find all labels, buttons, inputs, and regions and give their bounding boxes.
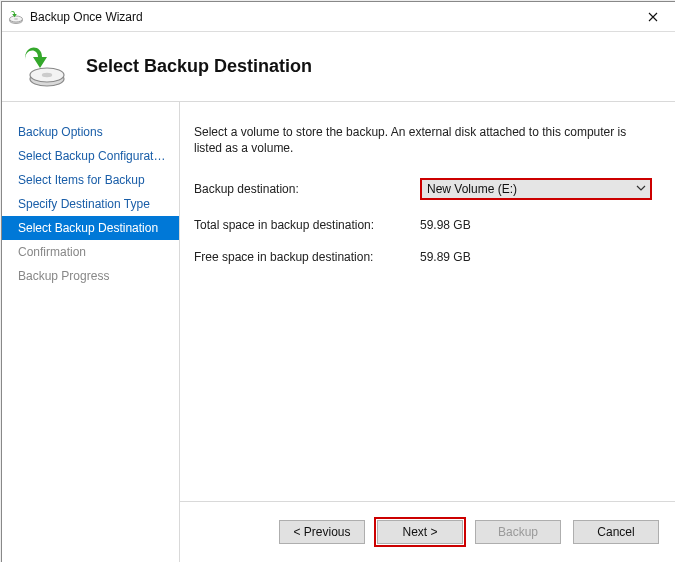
close-button[interactable] xyxy=(630,2,675,32)
svg-point-5 xyxy=(42,72,52,76)
wizard-steps-sidebar: Backup Options Select Backup Configurat…… xyxy=(2,102,180,562)
window-title: Backup Once Wizard xyxy=(30,10,143,24)
page-title: Select Backup Destination xyxy=(86,56,312,77)
wizard-header: Select Backup Destination xyxy=(2,32,675,102)
titlebar: Backup Once Wizard xyxy=(2,2,675,32)
sidebar-item-select-backup-destination[interactable]: Select Backup Destination xyxy=(2,216,179,240)
app-icon xyxy=(8,9,24,25)
wizard-footer: < Previous Next > Backup Cancel xyxy=(180,501,675,562)
sidebar-item-select-backup-configuration[interactable]: Select Backup Configurat… xyxy=(2,144,179,168)
free-space-label: Free space in backup destination: xyxy=(194,250,420,264)
cancel-button[interactable]: Cancel xyxy=(573,520,659,544)
sidebar-item-select-items-for-backup[interactable]: Select Items for Backup xyxy=(2,168,179,192)
svg-point-2 xyxy=(14,18,18,20)
sidebar-item-specify-destination-type[interactable]: Specify Destination Type xyxy=(2,192,179,216)
backup-destination-label: Backup destination: xyxy=(194,182,420,196)
total-space-label: Total space in backup destination: xyxy=(194,218,420,232)
sidebar-item-confirmation: Confirmation xyxy=(2,240,179,264)
wizard-header-icon xyxy=(20,43,68,91)
previous-button[interactable]: < Previous xyxy=(279,520,365,544)
sidebar-item-backup-progress: Backup Progress xyxy=(2,264,179,288)
free-space-value: 59.89 GB xyxy=(420,250,471,264)
next-button[interactable]: Next > xyxy=(377,520,463,544)
backup-button: Backup xyxy=(475,520,561,544)
sidebar-item-backup-options[interactable]: Backup Options xyxy=(2,120,179,144)
wizard-content: Select a volume to store the backup. An … xyxy=(180,102,675,501)
backup-destination-select[interactable]: New Volume (E:) xyxy=(420,178,652,200)
backup-wizard-window: Backup Once Wizard Select Backup Destina… xyxy=(1,1,675,562)
instruction-text: Select a volume to store the backup. An … xyxy=(194,124,657,156)
total-space-value: 59.98 GB xyxy=(420,218,471,232)
backup-destination-select-wrap: New Volume (E:) xyxy=(420,178,652,200)
